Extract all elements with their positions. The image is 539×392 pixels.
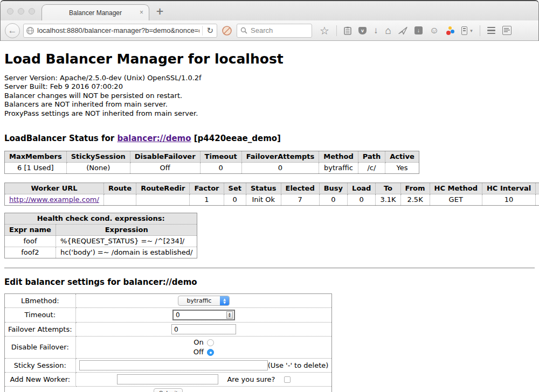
balancer-status-table: MaxMembers StickySession DisableFailover…	[4, 151, 419, 174]
downloads-icon[interactable]: ↓	[374, 26, 378, 35]
back-button[interactable]: ←	[5, 23, 20, 38]
col-failoverattempts: FailoverAttempts	[241, 151, 319, 163]
status-heading-suffix: [p4420eeae_demo]	[191, 134, 281, 143]
sticky-session-input[interactable]	[79, 360, 268, 370]
disable-failover-label: Disable Failover:	[5, 337, 76, 359]
tab-bar: Balancer Manager × +	[1, 1, 538, 20]
section-divider	[4, 268, 535, 269]
col-maxmembers: MaxMembers	[5, 151, 67, 163]
sticky-session-hint: (Use '-' to delete)	[268, 361, 329, 370]
server-info: Server Version: Apache/2.5.0-dev (Unix) …	[4, 74, 535, 118]
col-expr-name: Expr name	[5, 225, 56, 236]
add-worker-label: Add New Worker:	[5, 373, 76, 387]
lbmethod-row: LBmethod: bytraffic ▲▼	[5, 294, 332, 308]
health-table-title: Health check cond. expressions:	[5, 213, 197, 225]
save-page-icon[interactable]: ↓	[414, 26, 423, 34]
zoom-window-button[interactable]	[29, 8, 35, 15]
tab-title: Balancer Manager	[69, 9, 122, 17]
blocker-icon[interactable]	[222, 25, 232, 36]
server-info-line: Server Built: Feb 9 2016 07:00:20	[4, 82, 535, 91]
timeout-input[interactable]: 0 ▲▼	[172, 310, 235, 320]
add-worker-input[interactable]	[117, 374, 218, 384]
table-header-row: Expr name Expression	[5, 225, 197, 236]
home-icon[interactable]: ⌂	[385, 25, 391, 36]
lbmethod-label: LBmethod:	[5, 294, 76, 308]
table-row: foof %{REQUEST_STATUS} =~ /^[234]/	[5, 236, 197, 247]
menu-icon[interactable]	[487, 27, 495, 34]
minimize-window-button[interactable]	[18, 8, 24, 15]
url-text[interactable]: localhost:8880/balancer-manager?b=demo&n…	[37, 26, 199, 34]
server-info-line: Balancers are NOT inherited from main se…	[4, 100, 535, 109]
sticky-session-label: Sticky Session:	[5, 359, 76, 373]
server-info-line: ProxyPass settings are NOT inherited fro…	[4, 109, 535, 118]
table-row: http://www.example.com/ 1 0 Init Ok 7 0 …	[5, 194, 539, 206]
url-bar[interactable]: localhost:8880/balancer-manager?b=demo&n…	[23, 24, 217, 38]
tab-balancer-manager[interactable]: Balancer Manager ×	[42, 4, 149, 20]
send-tab-icon[interactable]	[398, 26, 407, 35]
battery-extension-icon[interactable]	[461, 26, 467, 35]
feedback-smiley-icon[interactable]: ☺	[430, 26, 439, 35]
new-tab-button[interactable]: +	[156, 5, 164, 17]
table-title-row: Health check cond. expressions:	[5, 213, 197, 225]
navigation-toolbar: ← localhost:8880/balancer-manager?b=demo…	[1, 20, 538, 41]
timeout-row: Timeout: 0 ▲▼	[5, 308, 332, 323]
lbmethod-selected-value: bytraffic	[178, 296, 220, 305]
worker-status-table: Worker URL Route RouteRedir Factor Set S…	[4, 183, 539, 206]
disable-failover-row: Disable Failover: On Off	[5, 337, 332, 359]
col-timeout: Timeout	[200, 151, 241, 163]
table-header-row: Worker URL Route RouteRedir Factor Set S…	[5, 183, 539, 194]
failover-attempts-input[interactable]	[171, 324, 236, 334]
status-heading-prefix: LoadBalancer Status for	[4, 134, 117, 143]
col-active: Active	[385, 151, 419, 163]
globe-icon	[26, 26, 34, 35]
submit-row: Submit	[5, 387, 332, 392]
radio-on-label: On	[194, 338, 203, 347]
failover-attempts-label: Failover Attempts:	[5, 323, 76, 337]
search-icon	[240, 27, 247, 34]
number-spinner-icon[interactable]: ▲▼	[226, 311, 233, 319]
toolbar-divider	[480, 25, 480, 36]
toolbar-divider	[336, 25, 337, 36]
table-header-row: MaxMembers StickySession DisableFailover…	[5, 151, 419, 163]
col-method: Method	[319, 151, 358, 163]
reload-icon[interactable]: ↻	[205, 26, 215, 36]
page-title: Load Balancer Manager for localhost	[4, 51, 535, 67]
radio-on[interactable]	[207, 339, 214, 346]
pocket-icon[interactable]: v	[358, 27, 367, 34]
col-expression: Expression	[56, 225, 197, 236]
confirm-label: Are you sure?	[227, 375, 275, 384]
clipboard-icon[interactable]	[344, 26, 351, 35]
col-worker-url: Worker URL	[5, 183, 104, 194]
sticky-session-row: Sticky Session: (Use '-' to delete)	[5, 359, 332, 373]
col-stickysession: StickySession	[66, 151, 130, 163]
select-stepper-icon: ▲▼	[220, 296, 229, 305]
edit-settings-heading: Edit balancer settings for balancer://de…	[4, 277, 535, 287]
col-path: Path	[358, 151, 385, 163]
server-info-line: Balancer changes will NOT be persisted o…	[4, 92, 535, 100]
server-info-line: Server Version: Apache/2.5.0-dev (Unix) …	[4, 74, 535, 82]
urlbar-divider	[202, 26, 203, 36]
health-check-table: Health check cond. expressions: Expr nam…	[4, 213, 197, 258]
worker-url-link[interactable]: http://www.example.com/	[9, 195, 99, 204]
window-controls[interactable]	[7, 8, 35, 15]
search-box[interactable]: Search	[237, 24, 312, 38]
browser-window: Balancer Manager × + ← localhost:8880/ba…	[0, 0, 539, 41]
submit-button[interactable]: Submit	[154, 388, 183, 392]
close-window-button[interactable]	[7, 8, 13, 15]
col-disablefailover: DisableFailover	[130, 151, 200, 163]
failover-attempts-row: Failover Attempts:	[5, 323, 332, 337]
add-worker-row: Add New Worker: Are you sure?	[5, 373, 332, 387]
balancer-manager-page: Load Balancer Manager for localhost Serv…	[0, 51, 539, 392]
radio-off[interactable]	[207, 349, 214, 356]
timeout-value: 0	[176, 311, 180, 319]
chevron-down-icon[interactable]: ▾	[470, 28, 473, 33]
tab-close-icon[interactable]: ×	[140, 9, 143, 16]
timeout-label: Timeout:	[5, 308, 76, 323]
lbmethod-select[interactable]: bytraffic ▲▼	[178, 296, 230, 306]
status-heading: LoadBalancer Status for balancer://demo …	[4, 134, 535, 143]
screengrab-extension-icon[interactable]	[502, 26, 512, 35]
colored-dots-extension-icon[interactable]	[446, 26, 454, 35]
bookmark-star-icon[interactable]: ☆	[320, 25, 329, 36]
balancer-link[interactable]: balancer://demo	[117, 134, 191, 143]
confirm-checkbox[interactable]	[284, 376, 291, 383]
